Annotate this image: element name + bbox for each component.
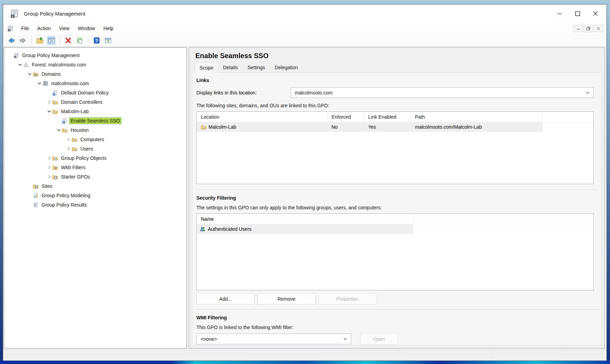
chevron-right-icon[interactable] <box>65 146 72 152</box>
chevron-down-icon[interactable] <box>36 81 43 86</box>
tree-item-houston[interactable]: Houston <box>4 125 186 135</box>
chevron-down-icon[interactable] <box>26 71 33 77</box>
chevron-down-icon[interactable] <box>55 127 62 133</box>
tree-item-sites[interactable]: Sites <box>4 181 186 191</box>
chevron-right-icon[interactable] <box>46 165 52 170</box>
links-table-row[interactable]: Malcolm-LabNoYesmalcolmsoto.com/Malcolm-… <box>197 122 593 132</box>
delete-icon[interactable] <box>64 36 72 45</box>
export-list-icon[interactable] <box>36 36 44 45</box>
properties-button[interactable]: Properties <box>318 293 377 304</box>
starter-folder-icon <box>52 174 59 180</box>
security-list-row[interactable]: Authenticated Users <box>197 224 414 234</box>
tree-item-enable-seamless-sso[interactable]: Enable Seamless SSO <box>4 116 186 125</box>
desktop-taskbar-strip <box>0 361 610 364</box>
tree-item-malcolm-lab[interactable]: Malcolm-Lab <box>4 107 186 116</box>
gpo-icon <box>62 118 69 124</box>
menu-item-window[interactable]: Window <box>74 24 99 33</box>
tree-item-label: Group Policy Modeling <box>40 192 92 199</box>
wmi-filter-dropdown[interactable]: <none> <box>196 334 351 344</box>
expander-spacer <box>55 118 62 124</box>
menu-items: FileActionViewWindowHelp <box>17 24 117 33</box>
links-col-location[interactable]: Location <box>197 112 327 122</box>
forest-icon <box>23 62 30 67</box>
tree-item-group-policy-modeling[interactable]: Group Policy Modeling <box>4 191 186 200</box>
tree-item-users[interactable]: Users <box>4 144 186 153</box>
location-dropdown[interactable]: malcolmsoto.com <box>291 87 594 98</box>
tab-scope[interactable]: Scope <box>195 62 218 73</box>
tab-settings[interactable]: Settings <box>243 63 270 72</box>
menu-item-file[interactable]: File <box>17 24 33 33</box>
tree-item-starter-gpos[interactable]: Starter GPOs <box>4 172 186 181</box>
tab-strip: ScopeDetailsSettingsDelegation <box>189 62 604 72</box>
wmi-filter-value: <none> <box>201 336 217 342</box>
toolbar-separator <box>31 36 32 44</box>
tree-item-label: Default Domain Policy <box>59 89 110 96</box>
link-enforced-cell: No <box>327 122 364 132</box>
child-close-button[interactable] <box>594 25 603 32</box>
status-bar-divider <box>563 352 563 359</box>
ou-folder-icon <box>52 99 59 105</box>
tree-item-label: Domains <box>40 71 62 78</box>
tree-item-forest-malcolmsoto-com[interactable]: Forest: malcolmsoto.com <box>4 60 186 69</box>
close-button[interactable] <box>586 4 604 22</box>
tree-item-domains[interactable]: Domains <box>4 69 186 79</box>
svg-text:?: ? <box>95 38 98 43</box>
links-col-enforced[interactable]: Enforced <box>327 112 364 122</box>
tree-item-group-policy-results[interactable]: Group Policy Results <box>4 200 186 209</box>
tree-item-group-policy-management[interactable]: Group Policy Management <box>4 51 186 60</box>
security-col-name[interactable]: Name <box>197 214 414 224</box>
links-col-path[interactable]: Path <box>411 112 543 122</box>
help-icon[interactable]: ? <box>92 36 101 45</box>
tree-item-label: Group Policy Results <box>40 201 89 208</box>
expander-spacer <box>26 193 33 198</box>
add-button[interactable]: Add... <box>196 293 255 304</box>
tree-item-label: Malcolm-Lab <box>59 108 90 115</box>
display-links-row: Display links in this location: malcolms… <box>196 87 594 98</box>
links-col-link-enabled[interactable]: Link Enabled <box>364 112 411 122</box>
tree-item-malcolmsoto-com[interactable]: malcolmsoto.com <box>4 79 186 88</box>
child-minimize-button[interactable] <box>574 25 583 32</box>
child-restore-button[interactable] <box>584 25 593 32</box>
tree-item-label: Group Policy Management <box>20 52 81 59</box>
tree-item-wmi-filters[interactable]: WMI Filters <box>4 163 186 172</box>
chevron-right-icon[interactable] <box>65 137 72 142</box>
expander-spacer <box>26 183 33 189</box>
chevron-down-icon <box>585 90 590 95</box>
open-wmi-filter-button[interactable]: Open <box>360 333 398 345</box>
menu-item-view[interactable]: View <box>55 24 73 33</box>
chevron-down-icon <box>343 337 347 341</box>
maximize-button[interactable] <box>568 4 586 22</box>
tree-item-domain-controllers[interactable]: Domain Controllers <box>4 97 186 107</box>
tree-item-computers[interactable]: Computers <box>4 135 186 144</box>
gpo-detail-panel: Enable Seamless SSO ScopeDetailsSettings… <box>189 47 605 348</box>
minimize-button[interactable] <box>550 4 568 22</box>
chevron-right-icon[interactable] <box>46 99 52 105</box>
remove-button[interactable]: Remove <box>257 293 316 304</box>
ou-folder-icon <box>72 146 79 152</box>
tree-item-label: Starter GPOs <box>59 173 92 180</box>
back-icon[interactable] <box>7 36 16 45</box>
gpo-title: Enable Seamless SSO <box>189 48 604 62</box>
tree-item-group-policy-objects[interactable]: Group Policy Objects <box>4 153 186 163</box>
menu-item-action[interactable]: Action <box>33 24 55 33</box>
security-list-header: Name <box>197 214 593 224</box>
minimize-icon <box>557 11 562 16</box>
link-row-filler <box>543 122 593 132</box>
security-filtering-heading: Security Filtering <box>196 195 594 201</box>
child-minimize-icon <box>577 27 580 30</box>
tree-item-default-domain-policy[interactable]: Default Domain Policy <box>4 88 186 97</box>
chevron-down-icon[interactable] <box>17 62 23 67</box>
tree-item-label: WMI Filters <box>59 164 87 171</box>
refresh-icon[interactable] <box>76 36 84 45</box>
show-console-tree-icon[interactable] <box>47 36 55 45</box>
tab-details[interactable]: Details <box>218 63 243 72</box>
menu-item-help[interactable]: Help <box>99 24 117 33</box>
chevron-right-icon[interactable] <box>46 174 52 180</box>
chevron-right-icon[interactable] <box>46 155 52 161</box>
tree-item-label: Forest: malcolmsoto.com <box>30 61 88 68</box>
chevron-down-icon[interactable] <box>46 109 52 114</box>
new-window-icon[interactable] <box>104 36 112 45</box>
display-links-label: Display links in this location: <box>196 90 291 95</box>
tab-delegation[interactable]: Delegation <box>270 63 303 72</box>
forward-icon[interactable] <box>19 36 27 45</box>
